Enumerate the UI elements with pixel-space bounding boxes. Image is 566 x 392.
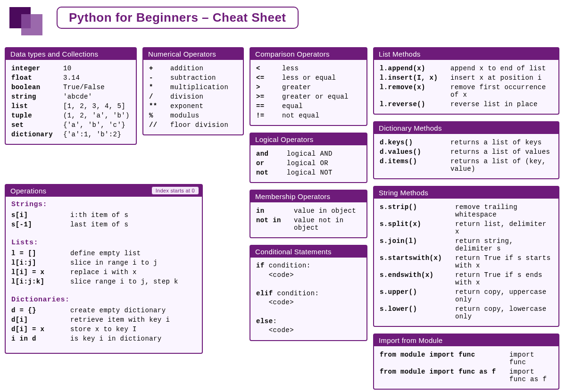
row-value: create empty dictionary	[70, 307, 196, 314]
code-block: if condition: <code> elif condition: <co…	[256, 261, 361, 335]
table-row: s.lower()return copy, lowercase only	[380, 304, 553, 321]
row-value: not equal	[282, 112, 361, 119]
row-value: division	[170, 93, 237, 100]
table-row: l[i] = xreplace i with x	[11, 267, 196, 277]
row-key: not	[256, 169, 287, 176]
table-row: from module import funcimport func	[380, 350, 553, 367]
row-key: >	[256, 83, 282, 91]
table-row: +addition	[149, 64, 237, 73]
row-value: subtraction	[170, 74, 237, 82]
table-row: d[i]retrieve item with key i	[11, 315, 196, 325]
row-key: d[i] = x	[11, 325, 70, 333]
row-key: l = []	[11, 250, 70, 257]
row-value: retrieve item with key i	[70, 316, 196, 324]
logo-icon	[9, 5, 47, 38]
table-row: l.remove(x)remove first occurrence of x	[380, 83, 553, 100]
card-listmethods: List Methods l.append(x)append x to end …	[373, 47, 559, 115]
row-value: less or equal	[282, 74, 361, 82]
table-row: s.join(l)return string, delimiter s	[380, 236, 553, 253]
table-row: invalue in object	[256, 206, 361, 216]
row-key: and	[256, 150, 287, 158]
row-key: s[i]	[11, 211, 70, 219]
table-row: integer10	[11, 64, 130, 73]
row-key: +	[149, 65, 170, 72]
row-key: s.strip()	[380, 203, 455, 218]
card-header: Data types and Collections	[6, 48, 136, 60]
row-key: s[-1]	[11, 221, 70, 228]
row-key: %	[149, 112, 170, 119]
row-key: ==	[256, 102, 282, 110]
row-value: 10	[63, 65, 130, 72]
row-value: return list, delimiter x	[455, 220, 553, 235]
table-row: **exponent	[149, 101, 237, 111]
card-header: Conditional Statements	[250, 246, 366, 258]
table-row: s.endswith(x)return True if s ends with …	[380, 270, 553, 287]
row-value: less	[282, 65, 361, 72]
table-row: orlogical OR	[256, 158, 361, 168]
row-key: -	[149, 74, 170, 82]
page-title: Python for Beginners – Cheat Sheet	[57, 7, 299, 29]
table-row: float3.14	[11, 73, 130, 83]
row-key: **	[149, 102, 170, 110]
card-header: Logical Operators	[250, 133, 366, 145]
table-row: i in dis key i in dictionary	[11, 334, 196, 343]
row-key: set	[11, 121, 63, 129]
row-value: [1, 2, 3, 4, 5]	[63, 102, 130, 110]
row-key: string	[11, 93, 63, 100]
table-row: d[i] = xstore x to key I	[11, 325, 196, 334]
row-key: l.insert(I, x)	[380, 74, 450, 82]
row-key: d.keys()	[380, 139, 450, 146]
row-key: !=	[256, 112, 282, 119]
row-value: returns a list of (key, value)	[450, 158, 553, 173]
row-key: in	[256, 207, 294, 215]
row-value: append x to end of list	[450, 65, 553, 72]
row-value: return True if s ends with x	[455, 271, 553, 286]
row-value: equal	[282, 102, 361, 110]
row-value: define empty list	[70, 250, 196, 257]
row-value: i:th item of s	[70, 211, 196, 219]
table-row: s.strip()remove trailing whitespace	[380, 202, 553, 219]
table-row: s.startswith(x)return True if s starts w…	[380, 253, 553, 270]
row-key: s.upper()	[380, 288, 455, 303]
row-key: tuple	[11, 112, 63, 119]
table-row: tuple(1, 2, 'a', 'b')	[11, 111, 130, 120]
row-value: return copy, uppercase only	[455, 288, 553, 303]
row-value: logical OR	[287, 159, 361, 167]
row-key: or	[256, 159, 287, 167]
table-row: notlogical NOT	[256, 168, 361, 177]
row-value: slice in range i to j	[70, 259, 196, 267]
row-value: floor division	[170, 121, 237, 129]
row-key: /	[149, 93, 170, 100]
table-row: ==equal	[256, 101, 361, 111]
row-key: <=	[256, 74, 282, 82]
row-value: logical AND	[287, 150, 361, 158]
row-value: return string, delimiter s	[455, 237, 553, 252]
table-row: list[1, 2, 3, 4, 5]	[11, 101, 130, 111]
row-value: True/False	[63, 83, 130, 91]
card-memops: Membership Operators invalue in objectno…	[250, 190, 367, 238]
row-key: l[i:j]	[11, 259, 70, 267]
row-key: s.lower()	[380, 305, 455, 320]
row-value: logical NOT	[287, 169, 361, 176]
row-key: d.items()	[380, 158, 450, 173]
table-row: >greater	[256, 83, 361, 92]
table-row: s.upper()return copy, uppercase only	[380, 287, 553, 304]
row-key: s.split(x)	[380, 220, 455, 235]
row-key: l[i] = x	[11, 268, 70, 276]
row-value: greater	[282, 83, 361, 91]
table-row: andlogical AND	[256, 149, 361, 158]
row-key: d = {}	[11, 307, 70, 314]
row-value: greater or equal	[282, 93, 361, 100]
row-value: returns a list of values	[450, 148, 553, 156]
card-dictmethods: Dictionary Methods d.keys()returns a lis…	[373, 121, 559, 179]
row-key: not in	[256, 217, 294, 232]
card-cond: Conditional Statements if condition: <co…	[250, 245, 367, 341]
row-key: <	[256, 65, 282, 72]
table-row: l.insert(I, x)insert x at position i	[380, 73, 553, 83]
table-row: string'abcde'	[11, 92, 130, 101]
table-row: -subtraction	[149, 73, 237, 83]
table-row: s[i]i:th item of s	[11, 210, 196, 220]
row-key: boolean	[11, 83, 63, 91]
row-value: return True if s starts with x	[455, 254, 553, 269]
row-value: last item of s	[70, 221, 196, 228]
